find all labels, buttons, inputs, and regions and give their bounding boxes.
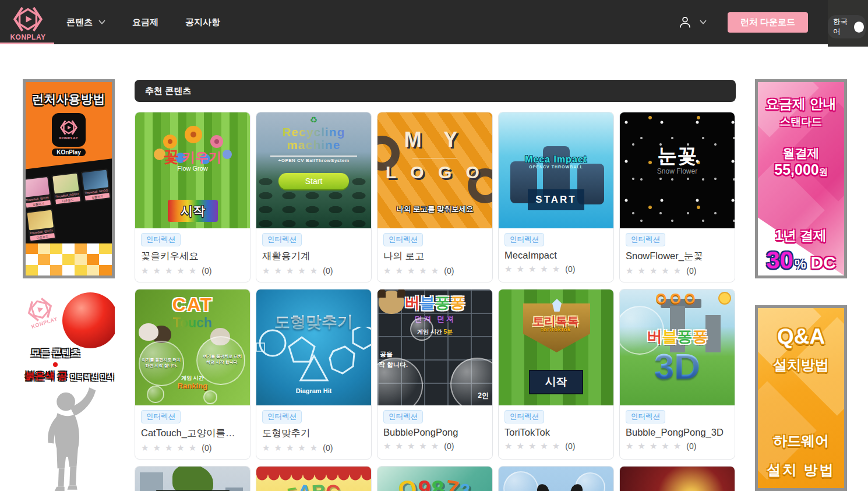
card-info: 인터렉션 CatTouch_고양이를잡아… ★★★★★ (0) bbox=[135, 405, 250, 459]
nav-pricing[interactable]: 요금제 bbox=[132, 17, 158, 28]
language-corner: 한국어 bbox=[828, 0, 868, 47]
content-card-flower[interactable]: 꽃 키우기 Flow Grow 시작 인터렉션 꽃을키우세요 ★★★★★ (0) bbox=[135, 112, 250, 282]
card-thumbnail bbox=[499, 467, 613, 491]
content-grid: 꽃 키우기 Flow Grow 시작 인터렉션 꽃을키우세요 ★★★★★ (0)… bbox=[135, 112, 736, 491]
card-thumbnail: CAT Touch 여기를 퐁펀치로 터치 하면 시작 합니다. 여기를 퐁펀치… bbox=[135, 289, 250, 405]
star-icons: ★★★★★ bbox=[141, 443, 200, 453]
card-thumbnail: 꽃 키우기 Flow Grow 시작 bbox=[135, 112, 250, 228]
card-thumbnail: Meca Impact OPENCV THROWBALL START bbox=[499, 112, 613, 228]
cat-art bbox=[139, 323, 158, 341]
thumb-title: 버블퐁퐁 bbox=[377, 293, 492, 313]
star-rating: ★★★★★ (0) bbox=[626, 441, 729, 451]
pixel-mosaic-art bbox=[26, 243, 112, 275]
card-thumbnail: O9873 bbox=[377, 467, 492, 491]
card-thumbnail: 버블퐁퐁 던져 던져 게임 시간 5분 공을 작 합니다. 2인 bbox=[377, 289, 492, 405]
bubble-art bbox=[450, 358, 492, 405]
mini-card: ThrowBall_GOGO 다운로드 bbox=[51, 172, 82, 205]
content-card-animals[interactable] bbox=[498, 466, 614, 491]
content-card-trano[interactable]: TRANO 티라노 달려 bbox=[135, 466, 250, 491]
card-info: 인터렉션 BubblePongPong ★★★★★ (0) bbox=[377, 405, 492, 457]
konplay-logo-icon bbox=[13, 6, 43, 32]
thumb-subtitle: toritoktok bbox=[499, 327, 613, 333]
pricing-title: 요금제 안내 bbox=[758, 95, 844, 113]
category-badge: 인터렉션 bbox=[504, 233, 544, 246]
content-card-numbers[interactable]: O9873 bbox=[377, 466, 493, 491]
start-button: Start bbox=[278, 173, 349, 189]
thumb-subtitle: Flow Grow bbox=[135, 165, 250, 172]
ranking-label: Ranking bbox=[135, 382, 250, 390]
konplay-logo[interactable]: KONPLAY bbox=[0, 3, 56, 41]
thumb-subtitle: OPENCV THROWBALL bbox=[499, 165, 613, 169]
content-card-cybeycar[interactable]: Cybey CAR bbox=[619, 466, 735, 491]
banner-red-ball[interactable]: KONPLAY 모든 콘텐츠 붉은색 공 인터렉션 인식 bbox=[23, 291, 115, 491]
rating-count: (0) bbox=[565, 441, 575, 451]
account-menu[interactable] bbox=[678, 15, 707, 30]
banner-pricing[interactable]: 요금제 안내 스탠다드 월결제 55,000원 1년 결제 30 % DC bbox=[755, 79, 847, 278]
thumb-subtitle: Snow Flower bbox=[620, 167, 735, 175]
mini-card: ThrowBall_GOGO 실행하기 bbox=[81, 168, 111, 202]
qna-title: Q&A bbox=[758, 324, 844, 349]
content-card-tori[interactable]: 토리톡톡 toritoktok 시작 인터렉션 ToriTokTok ★★★★★… bbox=[498, 289, 614, 460]
card-title: SnowFlower_눈꽃 bbox=[626, 250, 729, 263]
category-badge: 인터렉션 bbox=[626, 410, 665, 423]
rings-art: OOO bbox=[620, 291, 735, 307]
dino-art bbox=[172, 467, 213, 491]
nav-notice[interactable]: 공지사항 bbox=[185, 17, 220, 28]
card-title: 도형맞추기 bbox=[262, 427, 365, 440]
thumb-text: 던져 던져 bbox=[377, 314, 492, 324]
content-card-bubblepong[interactable]: 버블퐁퐁 던져 던져 게임 시간 5분 공을 작 합니다. 2인 인터렉션 Bu… bbox=[377, 289, 493, 460]
language-toggle[interactable]: 한국어 bbox=[828, 15, 866, 38]
red-dot bbox=[53, 362, 58, 367]
card-info: 인터렉션 도형맞추기 ★★★★★ (0) bbox=[256, 405, 371, 459]
card-thumbnail: ♻ Recycling machine +OPEN CV BallThrowSy… bbox=[256, 112, 371, 228]
content-card-meca[interactable]: Meca Impact OPENCV THROWBALL START 인터렉션 … bbox=[498, 112, 614, 282]
star-rating: ★★★★★ (0) bbox=[626, 266, 729, 276]
plan-name: 스탠다드 bbox=[758, 115, 844, 129]
red-ball-image bbox=[62, 292, 115, 348]
start-button: 시작 bbox=[529, 370, 583, 394]
content-card-diagram[interactable]: 도형맞추기 Diagram Hit 인터렉션 도형맞추기 bbox=[256, 289, 372, 460]
mini-card: ThrowBall_영어단 실행하기 bbox=[23, 176, 52, 209]
banner-qna[interactable]: Q&A 설치방법 하드웨어 설치 방법 bbox=[755, 305, 847, 491]
star-rating: ★★★★★ (0) bbox=[383, 441, 486, 451]
card-title: 꽃을키우세요 bbox=[141, 250, 244, 263]
content-card-cat[interactable]: CAT Touch 여기를 퐁펀치로 터치 하면 시작 합니다. 여기를 퐁펀치… bbox=[135, 289, 250, 460]
rating-count: (0) bbox=[323, 443, 333, 453]
star-rating: ★★★★★ (0) bbox=[383, 266, 486, 276]
card-thumbnail: EABC 던져 던져 bbox=[256, 467, 371, 491]
category-badge: 인터렉션 bbox=[262, 410, 302, 423]
content-card-abc[interactable]: EABC 던져 던져 bbox=[256, 466, 372, 491]
card-info: 인터렉션 꽃을키우세요 ★★★★★ (0) bbox=[135, 228, 250, 282]
card-title: ToriTokTok bbox=[504, 427, 608, 438]
thumb-title: 꽃 키우기 bbox=[135, 146, 250, 167]
child-silhouette bbox=[33, 383, 104, 491]
chevron-down-icon bbox=[700, 20, 707, 24]
content-card-snow[interactable]: 눈꽃 Snow Flower 인터렉션 SnowFlower_눈꽃 ★★★★★ … bbox=[619, 112, 735, 282]
main-nav: 콘텐츠 요금제 공지사항 bbox=[66, 17, 220, 28]
user-icon bbox=[678, 15, 693, 30]
thumb-title: O9873 bbox=[377, 476, 492, 491]
thumb-title-3d: 3D bbox=[620, 345, 735, 387]
thumb-title: CAT bbox=[135, 294, 250, 316]
chevron-down-icon bbox=[98, 20, 105, 24]
banner-launcher-guide[interactable]: 런처사용방법 KONPLAY KOnPlay ThrowBall_영어단 실행하… bbox=[23, 79, 115, 278]
main-content: 추천 콘텐츠 꽃 키우기 Flow Grow 시작 인 bbox=[135, 80, 736, 491]
thumb-title: Recycling bbox=[256, 125, 371, 139]
content-card-bubble3d[interactable]: OOO 버블퐁퐁 3D 인터렉션 Bubble_PongPong_3D ★★★★… bbox=[619, 289, 735, 460]
rating-count: (0) bbox=[202, 266, 211, 275]
star-icons: ★★★★★ bbox=[383, 266, 443, 276]
launcher-download-button[interactable]: 런처 다운로드 bbox=[728, 12, 808, 33]
card-thumbnail: M Y L O G O 나의 로고를 맞춰보세요 bbox=[377, 112, 492, 228]
content-card-mylogo[interactable]: M Y L O G O 나의 로고를 맞춰보세요 인터렉션 나의 로고 ★★★★… bbox=[377, 112, 493, 282]
content-card-recycle[interactable]: ♻ Recycling machine +OPEN CV BallThrowSy… bbox=[256, 112, 372, 282]
nav-contents-label: 콘텐츠 bbox=[66, 17, 93, 28]
shapes-art bbox=[256, 327, 371, 385]
thumb-subtitle: Diagram Hit bbox=[256, 387, 371, 394]
category-badge: 인터렉션 bbox=[383, 233, 423, 246]
thumb-subtitle: +OPEN CV BallThrowSystem bbox=[256, 158, 371, 163]
hardware-label: 하드웨어 bbox=[758, 432, 844, 450]
nav-contents[interactable]: 콘텐츠 bbox=[66, 17, 105, 28]
install-guide-label: 설치방법 bbox=[758, 356, 844, 375]
app-name: KOnPlay bbox=[52, 149, 86, 156]
install-method-label: 설치 방법 bbox=[758, 461, 844, 479]
